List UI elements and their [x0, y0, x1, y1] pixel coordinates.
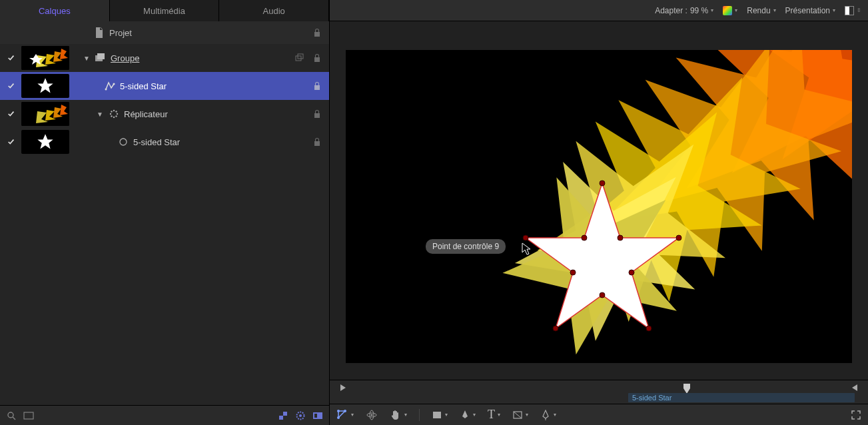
svg-point-16	[113, 110, 115, 111]
lock-icon[interactable]	[310, 51, 324, 65]
tab-media[interactable]: Multimédia	[110, 0, 220, 21]
lock-icon[interactable]	[310, 79, 324, 93]
layer-thumbnail	[21, 74, 69, 98]
svg-rect-28	[24, 412, 33, 419]
svg-rect-35	[314, 414, 317, 418]
svg-rect-30	[279, 412, 283, 416]
lock-icon[interactable]	[310, 135, 324, 149]
visibility-checkbox[interactable]	[5, 110, 17, 118]
svg-point-18	[110, 113, 111, 115]
layer-thumbnail	[21, 130, 69, 154]
svg-point-10	[105, 89, 107, 91]
chevron-updown-icon: ⇳	[857, 7, 861, 13]
viewer-toolbar: Adapter : 99 % ▾ ▾ Rendu ▾ Présentation …	[330, 0, 868, 21]
disclosure-triangle[interactable]: ▼	[83, 55, 91, 62]
control-point-tooltip: Point de contrôle 9	[426, 239, 506, 254]
chevron-down-icon: ▾	[773, 7, 776, 13]
svg-marker-0	[60, 49, 68, 59]
frame-icon[interactable]	[23, 410, 35, 422]
svg-marker-24	[37, 134, 53, 149]
group-icon	[95, 53, 107, 63]
svg-point-43	[600, 292, 605, 298]
bezier-mask-tool[interactable]: ▾	[540, 410, 556, 420]
layer-row-replicator[interactable]: ▼ Réplicateur	[0, 100, 329, 128]
project-row[interactable]: Projet	[0, 21, 329, 44]
canvas-area: Point de contrôle 9	[330, 21, 868, 380]
layer-row-source[interactable]: 5-sided Star	[0, 128, 329, 156]
chevron-down-icon: ▾	[554, 412, 556, 418]
svg-point-40	[676, 235, 681, 240]
svg-point-50	[344, 410, 346, 412]
svg-line-27	[13, 417, 15, 420]
disclosure-triangle[interactable]: ▼	[96, 111, 104, 118]
chevron-down-icon: ▾	[711, 7, 713, 13]
tab-layers[interactable]: Calques	[0, 0, 110, 21]
canvas[interactable]: Point de contrôle 9	[346, 50, 852, 363]
svg-point-42	[646, 326, 651, 331]
chevron-down-icon: ▾	[404, 412, 407, 418]
transform-tool[interactable]: ▾	[336, 409, 354, 421]
svg-point-19	[117, 113, 118, 115]
chevron-down-icon: ▾	[833, 7, 835, 13]
layer-row-shape-selected[interactable]: 5-sided Star	[0, 72, 329, 100]
3d-transform-tool[interactable]	[366, 409, 378, 421]
document-icon	[93, 27, 105, 38]
text-tool[interactable]: T ▾	[488, 408, 500, 422]
visibility-checkbox[interactable]	[5, 54, 17, 62]
behavior-gear-icon[interactable]	[294, 410, 306, 422]
color-channel-control[interactable]: ▾	[723, 6, 737, 15]
svg-point-33	[299, 414, 302, 417]
svg-point-41	[629, 270, 634, 275]
layers-list: Projet ▼	[0, 21, 329, 405]
shape-icon	[104, 81, 116, 91]
canvas-toolbar: ▾ ▾ ▾ ▾ T ▾ ▾ ▾	[330, 404, 868, 425]
layer-thumbnail	[21, 46, 69, 70]
passthrough-icon[interactable]	[293, 51, 306, 65]
viewport-layout-control[interactable]: ⇳	[845, 6, 861, 15]
svg-point-47	[582, 235, 587, 240]
color-swatch-icon	[723, 6, 732, 15]
svg-point-20	[111, 111, 112, 112]
clip-name-label[interactable]: 5-sided Star	[628, 393, 855, 402]
replicator-icon	[108, 109, 120, 119]
pen-tool[interactable]: ▾	[460, 410, 476, 420]
zoom-value: 99 %	[690, 6, 708, 15]
svg-rect-6	[97, 53, 105, 59]
svg-point-45	[570, 270, 576, 275]
layer-row-group[interactable]: ▼ Groupe	[0, 44, 329, 72]
mask-tool[interactable]: ▾	[512, 410, 528, 420]
mini-timeline[interactable]: 5-sided Star	[330, 380, 868, 404]
svg-point-46	[523, 235, 528, 240]
in-point-marker[interactable]	[339, 383, 347, 392]
out-point-marker[interactable]	[851, 383, 859, 392]
svg-point-25	[120, 139, 127, 145]
fit-zoom-control[interactable]: Adapter : 99 % ▾	[655, 6, 713, 15]
filter-icon[interactable]	[312, 410, 324, 422]
chevron-down-icon: ▾	[445, 412, 448, 418]
svg-marker-9	[37, 78, 53, 93]
mask-icon[interactable]	[277, 410, 289, 422]
search-icon[interactable]	[5, 410, 17, 422]
source-circle-icon	[117, 137, 129, 147]
svg-point-17	[113, 117, 115, 118]
cursor-icon	[522, 242, 532, 256]
layer-label: Projet	[109, 28, 306, 38]
layer-label: Réplicateur	[124, 109, 306, 119]
expand-icon[interactable]	[851, 410, 861, 420]
lock-icon[interactable]	[310, 26, 324, 39]
hand-tool[interactable]: ▾	[390, 409, 407, 421]
layer-label: 5-sided Star	[133, 137, 306, 147]
svg-point-21	[115, 111, 117, 112]
svg-point-11	[113, 83, 115, 85]
svg-rect-31	[283, 416, 287, 420]
render-menu[interactable]: Rendu ▾	[747, 6, 775, 15]
sidebar-tabs: Calques Multimédia Audio	[0, 0, 329, 21]
main-area: Adapter : 99 % ▾ ▾ Rendu ▾ Présentation …	[330, 0, 868, 425]
visibility-checkbox[interactable]	[5, 138, 17, 146]
view-menu[interactable]: Présentation ▾	[785, 6, 835, 15]
shape-tool[interactable]: ▾	[432, 410, 448, 420]
visibility-checkbox[interactable]	[5, 82, 17, 90]
svg-point-44	[553, 326, 558, 331]
tab-audio[interactable]: Audio	[219, 0, 329, 21]
lock-icon[interactable]	[310, 107, 324, 121]
